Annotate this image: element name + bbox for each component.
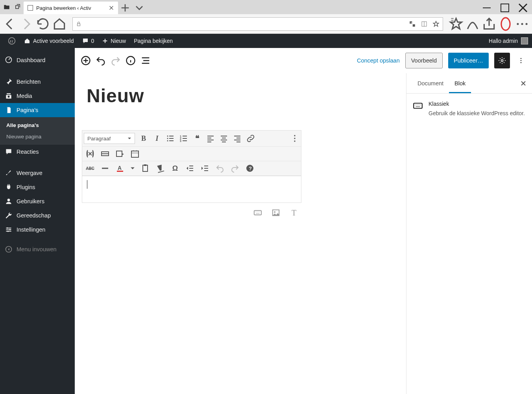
- sidebar-item-posts[interactable]: Berichten: [0, 75, 75, 89]
- special-char-button[interactable]: Ω: [170, 164, 180, 173]
- svg-rect-43: [414, 103, 422, 109]
- plug-icon: [5, 183, 13, 191]
- svg-point-11: [7, 199, 10, 201]
- media-insert-button[interactable]: [115, 149, 125, 158]
- outline-button[interactable]: [140, 55, 151, 66]
- sidebar-item-tools[interactable]: Gereedschap: [0, 208, 75, 223]
- wrench-icon: [5, 212, 13, 219]
- redo2-button[interactable]: [230, 164, 240, 173]
- italic-button[interactable]: I: [152, 134, 162, 143]
- settings-panel: Document Blok Klassiek Gebruik de klassi…: [406, 73, 532, 394]
- tabs-dropdown[interactable]: [132, 2, 146, 14]
- indent-button[interactable]: [200, 164, 210, 173]
- back-button[interactable]: [2, 17, 17, 31]
- refresh-button[interactable]: [35, 17, 50, 31]
- sidebar-sub-all-pages[interactable]: Alle pagina's: [0, 120, 75, 131]
- calendar-button[interactable]: [130, 149, 140, 158]
- align-left-button[interactable]: [206, 134, 215, 143]
- view-page-link[interactable]: Pagina bekijken: [130, 34, 177, 48]
- page-title[interactable]: Nieuw: [87, 85, 406, 107]
- site-link[interactable]: Active voorbeeld: [20, 34, 78, 48]
- undo-button[interactable]: [95, 55, 106, 66]
- close-icon[interactable]: [109, 5, 114, 11]
- add-block-button[interactable]: [80, 55, 91, 66]
- new-link[interactable]: Nieuw: [98, 34, 130, 48]
- hr-button[interactable]: [100, 164, 110, 173]
- sidebar-item-dashboard[interactable]: Dashboard: [0, 52, 75, 68]
- sidebar-item-media[interactable]: Media: [0, 89, 75, 103]
- help-button[interactable]: ?: [245, 164, 255, 173]
- share-icon[interactable]: [482, 17, 497, 31]
- greeting[interactable]: Hallo admin: [489, 38, 518, 44]
- comments-link[interactable]: 0: [78, 34, 98, 48]
- more-menu[interactable]: [515, 57, 526, 64]
- paste-button[interactable]: [140, 164, 150, 173]
- more-icon[interactable]: [515, 17, 530, 31]
- avatar[interactable]: [521, 37, 528, 44]
- sidebar-item-pages[interactable]: Pagina's: [0, 103, 75, 117]
- svg-point-30: [294, 140, 295, 142]
- image-icon[interactable]: [272, 208, 280, 217]
- address-bar[interactable]: 文: [72, 17, 443, 31]
- wp-logo[interactable]: [4, 34, 20, 48]
- bold-button[interactable]: B: [139, 134, 148, 143]
- panel-close-button[interactable]: [520, 80, 526, 87]
- info-button[interactable]: [125, 55, 136, 66]
- textcolor-button[interactable]: A: [115, 164, 125, 173]
- sidebar-item-settings[interactable]: Instellingen: [0, 223, 75, 237]
- svg-point-42: [274, 211, 275, 213]
- preview-button[interactable]: Voorbeeld: [405, 53, 443, 68]
- text-icon[interactable]: T: [290, 208, 298, 217]
- browser-tab[interactable]: Pagina bewerken ‹ Activ: [24, 2, 118, 14]
- clear-format-button[interactable]: [155, 164, 165, 173]
- favorite-icon[interactable]: [432, 20, 440, 28]
- align-right-button[interactable]: [233, 134, 242, 143]
- folder-icon[interactable]: [3, 4, 10, 11]
- sidebar-item-plugins[interactable]: Plugins: [0, 180, 75, 194]
- home-button[interactable]: [52, 17, 67, 31]
- strike-button[interactable]: ABC: [85, 164, 95, 173]
- new-tab-button[interactable]: [118, 2, 132, 14]
- ul-button[interactable]: [166, 134, 175, 143]
- toolbar-more[interactable]: [290, 134, 299, 143]
- forward-button[interactable]: [19, 17, 34, 31]
- notes-icon[interactable]: [465, 17, 480, 31]
- redo-button[interactable]: [110, 55, 121, 66]
- sidebar-collapse[interactable]: Menu invouwen: [0, 242, 75, 256]
- publish-button[interactable]: Publiceer…: [448, 53, 489, 68]
- maximize-button[interactable]: [496, 2, 514, 14]
- color-dropdown[interactable]: [130, 164, 135, 173]
- classic-editor-body[interactable]: [82, 176, 301, 203]
- sidebar-item-appearance[interactable]: Weergave: [0, 166, 75, 180]
- quote-button[interactable]: ❝: [192, 134, 202, 143]
- keyboard-icon[interactable]: [253, 208, 262, 217]
- align-center-button[interactable]: [219, 134, 229, 143]
- outdent-button[interactable]: [185, 164, 195, 173]
- undo2-button[interactable]: [215, 164, 225, 173]
- link-button[interactable]: [246, 134, 255, 143]
- sidebar-item-users[interactable]: Gebruikers: [0, 194, 75, 208]
- svg-point-22: [167, 136, 168, 137]
- settings-button[interactable]: [494, 53, 510, 68]
- favorites-list-icon[interactable]: [449, 17, 464, 31]
- svg-point-5: [517, 23, 519, 25]
- tab-block[interactable]: Blok: [449, 73, 471, 93]
- minimize-button[interactable]: [478, 2, 496, 14]
- svg-point-12: [7, 227, 8, 228]
- sidebar-item-comments[interactable]: Reacties: [0, 145, 75, 159]
- sidebar-sub-new-page[interactable]: Nieuwe pagina: [0, 131, 75, 142]
- tab-document[interactable]: Document: [412, 73, 449, 93]
- format-select[interactable]: Paragraaf: [84, 133, 135, 144]
- close-window-button[interactable]: [514, 2, 532, 14]
- shortcode-button[interactable]: [85, 149, 95, 158]
- opera-icon[interactable]: [498, 17, 513, 31]
- window-swap-icon[interactable]: [14, 4, 21, 11]
- ol-button[interactable]: 123: [179, 134, 188, 143]
- row-button[interactable]: [100, 149, 110, 158]
- sidebar-submenu: Alle pagina's Nieuwe pagina: [0, 117, 75, 145]
- reader-icon[interactable]: [421, 20, 428, 28]
- translate-icon[interactable]: 文: [409, 20, 416, 28]
- save-draft-button[interactable]: Concept opslaan: [357, 57, 400, 64]
- block-description: Gebruik de klassieke WordPress editor.: [429, 109, 525, 118]
- editor-toolbar: Concept opslaan Voorbeeld Publiceer…: [75, 48, 532, 73]
